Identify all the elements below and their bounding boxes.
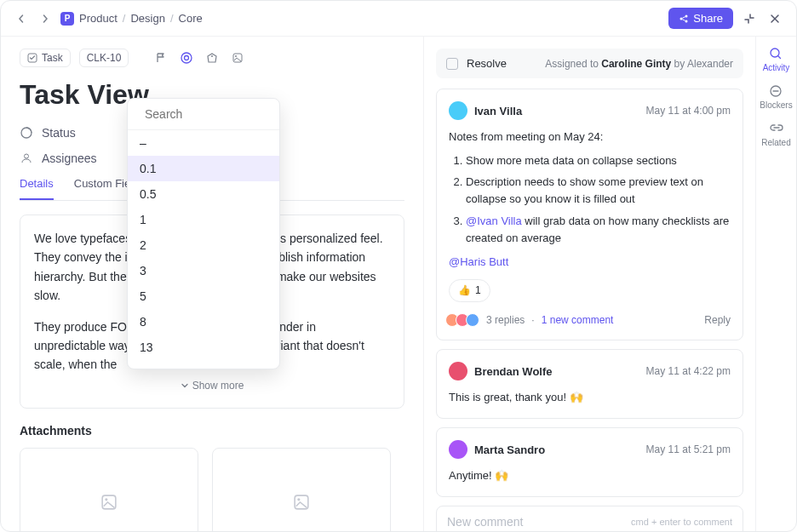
comment: Ivan VillaMay 11 at 4:00 pmNotes from me… (436, 89, 743, 340)
breadcrumb-design[interactable]: Design (130, 12, 164, 25)
reply-button[interactable]: Reply (704, 312, 731, 329)
resolve-checkbox[interactable] (446, 58, 458, 70)
comment: Marta SandroMay 11 at 5:21 pmAnytime! 🙌 (436, 427, 743, 497)
rail-activity[interactable]: Activity (763, 47, 790, 72)
avatar (449, 101, 467, 120)
task-pill[interactable]: Task (20, 49, 71, 67)
reaction[interactable]: 👍 1 (449, 279, 490, 302)
rail-related[interactable]: Related (761, 122, 790, 147)
svg-point-0 (680, 17, 683, 20)
comment-time: May 11 at 4:00 pm (646, 105, 731, 117)
show-more[interactable]: Show more (34, 378, 390, 394)
svg-point-6 (211, 55, 213, 57)
points-dropdown: –0.10.512358132125 (127, 98, 280, 369)
svg-point-1 (685, 14, 688, 17)
resolve-label: Resolve (467, 57, 507, 70)
rail-blockers[interactable]: Blockers (760, 84, 792, 110)
comment-author: Brendan Wolfe (474, 365, 553, 378)
breadcrumb: P Product / Design / Core (60, 12, 203, 26)
close-icon[interactable] (765, 9, 784, 28)
dropdown-search-input[interactable] (145, 107, 280, 121)
svg-point-12 (105, 498, 107, 501)
svg-point-2 (685, 20, 688, 22)
dropdown-item[interactable]: 0.5 (128, 181, 279, 207)
tab-details[interactable]: Details (20, 177, 54, 200)
breadcrumb-core[interactable]: Core (179, 12, 203, 25)
resolve-bar: Resolve Assigned to Caroline Ginty by Al… (436, 49, 743, 78)
project-icon: P (60, 12, 74, 26)
attachment-placeholder[interactable] (20, 448, 198, 532)
svg-point-8 (235, 55, 237, 57)
comment: Brendan WolfeMay 11 at 4:22 pmThis is gr… (436, 349, 743, 419)
dropdown-item[interactable]: 8 (128, 309, 279, 335)
tab-custom-fields[interactable]: Custom Fie (74, 177, 130, 200)
svg-point-4 (181, 53, 192, 63)
avatar (449, 362, 467, 380)
dropdown-item[interactable]: 21 (128, 360, 279, 369)
new-comment-input[interactable]: New comment cmd + enter to comment (436, 506, 743, 532)
nav-back[interactable] (13, 10, 30, 27)
mention[interactable]: @Haris Butt (449, 254, 731, 271)
svg-point-10 (25, 154, 29, 158)
comment-author: Ivan Villa (474, 105, 522, 117)
minimize-icon[interactable] (740, 9, 759, 28)
comment-time: May 11 at 4:22 pm (646, 365, 731, 377)
breadcrumb-product[interactable]: Product (79, 12, 118, 25)
dropdown-item[interactable]: – (128, 130, 279, 156)
dropdown-item[interactable]: 5 (128, 283, 279, 309)
task-id-pill[interactable]: CLK-10 (79, 49, 129, 67)
comment-time: May 11 at 5:21 pm (646, 443, 731, 455)
dropdown-item[interactable]: 2 (128, 232, 279, 258)
dropdown-item[interactable]: 3 (128, 258, 279, 283)
share-button[interactable]: Share (668, 8, 733, 29)
dropdown-item[interactable]: 0.1 (128, 156, 279, 181)
flag-icon[interactable] (152, 49, 169, 66)
tag-icon[interactable] (204, 49, 221, 66)
svg-point-14 (297, 498, 300, 501)
nav-forward[interactable] (37, 10, 54, 27)
attachment-placeholder[interactable] (212, 448, 391, 532)
dropdown-item[interactable]: 1 (128, 207, 279, 232)
avatar (449, 440, 467, 459)
attachments-heading: Attachments (20, 424, 404, 438)
dropdown-item[interactable]: 13 (128, 335, 279, 360)
svg-point-5 (185, 56, 189, 60)
comment-author: Marta Sandro (474, 443, 545, 456)
image-icon[interactable] (229, 49, 246, 66)
points-icon[interactable] (178, 49, 195, 66)
assigned-text: Assigned to Caroline Ginty by Alexander (545, 58, 733, 70)
